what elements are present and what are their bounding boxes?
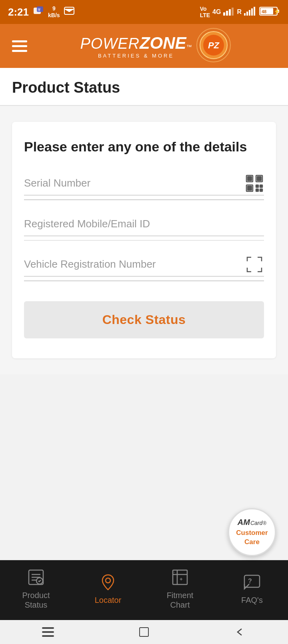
product-status-nav-icon xyxy=(26,567,46,587)
svg-text:-: - xyxy=(174,570,175,574)
nav-label-product-status: ProductStatus xyxy=(22,590,50,610)
svg-rect-43 xyxy=(140,628,148,636)
svg-rect-4 xyxy=(223,12,225,16)
fab-card-text: Card xyxy=(250,520,262,526)
nav-item-product-status[interactable]: ProductStatus xyxy=(0,567,72,610)
svg-rect-11 xyxy=(251,8,253,16)
fab-label: CustomerCare xyxy=(236,529,268,546)
menu-button[interactable] xyxy=(12,40,27,52)
svg-rect-29 xyxy=(260,185,262,187)
android-nav-bar xyxy=(0,620,288,644)
logo-power: POWER xyxy=(80,35,140,52)
svg-rect-10 xyxy=(249,10,250,16)
mobile-email-group xyxy=(24,212,264,236)
svg-rect-42 xyxy=(42,635,54,637)
teams-icon: T xyxy=(33,5,44,19)
logo-badge: PZ xyxy=(196,28,231,64)
nav-label-faqs: FAQ's xyxy=(241,595,263,605)
divider-2 xyxy=(24,240,264,241)
svg-rect-23 xyxy=(248,177,252,181)
svg-text:PZ: PZ xyxy=(208,40,220,50)
logo-area: POWER ZONE ™ BATTERIES & MORE PZ xyxy=(35,28,276,64)
svg-rect-8 xyxy=(244,13,246,16)
page-title: Product Status xyxy=(12,79,276,96)
fab-am-text: AM xyxy=(238,518,250,527)
form-card: Please enter any one of the details xyxy=(12,122,276,358)
qr-scan-icon[interactable] xyxy=(245,174,264,193)
battery-icon: 48 ⚡ xyxy=(259,6,280,18)
nav-item-fitment-chart[interactable]: + - FitmentChart xyxy=(144,567,216,610)
status-bar: 2:21 T 9kB/s VoLTE 4G xyxy=(0,0,288,24)
nav-label-locator: Locator xyxy=(95,595,122,605)
customer-care-fab[interactable]: AM Card ® CustomerCare xyxy=(228,508,276,556)
check-status-button[interactable]: Check Status xyxy=(24,301,264,338)
logo-subtitle: BATTERIES & MORE xyxy=(98,53,174,59)
locator-nav-icon xyxy=(98,572,118,592)
divider-3 xyxy=(24,280,264,281)
outlook-icon xyxy=(64,6,74,18)
svg-rect-27 xyxy=(248,186,252,190)
faqs-nav-icon: ? xyxy=(242,572,262,592)
bottom-navigation: ProductStatus Locator + - FitmentChart xyxy=(0,560,288,620)
svg-text:+: + xyxy=(180,576,183,582)
svg-rect-9 xyxy=(246,12,248,16)
svg-text:T: T xyxy=(38,8,40,12)
nav-item-faqs[interactable]: ? FAQ's xyxy=(216,572,288,605)
svg-rect-12 xyxy=(254,7,255,16)
svg-rect-31 xyxy=(260,189,262,191)
serial-number-input[interactable] xyxy=(24,171,264,195)
svg-rect-38 xyxy=(244,575,260,587)
page-title-bar: Product Status xyxy=(0,68,288,106)
svg-text:?: ? xyxy=(248,578,252,584)
vehicle-reg-input[interactable] xyxy=(24,252,264,276)
svg-rect-6 xyxy=(229,9,231,16)
svg-rect-41 xyxy=(42,631,54,633)
svg-rect-30 xyxy=(256,189,258,191)
android-menu-btn[interactable] xyxy=(38,622,58,642)
data-speed: 9kB/s xyxy=(48,5,60,19)
svg-rect-28 xyxy=(256,185,258,187)
nav-label-fitment-chart: FitmentChart xyxy=(167,590,194,610)
svg-rect-7 xyxy=(232,8,234,16)
vehicle-reg-group xyxy=(24,252,264,276)
logo-zone: ZONE xyxy=(140,34,186,53)
app-header: POWER ZONE ™ BATTERIES & MORE PZ xyxy=(0,24,288,68)
svg-rect-25 xyxy=(257,177,261,181)
main-content: Please enter any one of the details xyxy=(0,106,288,374)
fitment-chart-nav-icon: + - xyxy=(170,567,190,587)
vehicle-scan-icon[interactable] xyxy=(245,255,264,274)
signal-bars-2 xyxy=(244,7,257,18)
network-4g: 4G xyxy=(212,8,221,16)
r-indicator: R xyxy=(237,8,242,16)
mobile-email-input[interactable] xyxy=(24,212,264,236)
svg-point-34 xyxy=(106,578,110,583)
svg-rect-40 xyxy=(42,627,54,629)
status-time: 2:21 xyxy=(8,6,29,18)
svg-text:48: 48 xyxy=(262,9,266,14)
form-heading: Please enter any one of the details xyxy=(24,138,264,155)
svg-text:⚡: ⚡ xyxy=(274,8,280,15)
android-home-btn[interactable] xyxy=(134,622,154,642)
volte-indicator: VoLTE xyxy=(200,6,210,18)
nav-item-locator[interactable]: Locator xyxy=(72,572,144,605)
svg-rect-5 xyxy=(226,11,228,16)
signal-bars-1 xyxy=(223,7,234,18)
serial-number-group xyxy=(24,171,264,195)
android-back-btn[interactable] xyxy=(230,622,250,642)
divider-1 xyxy=(24,199,264,200)
